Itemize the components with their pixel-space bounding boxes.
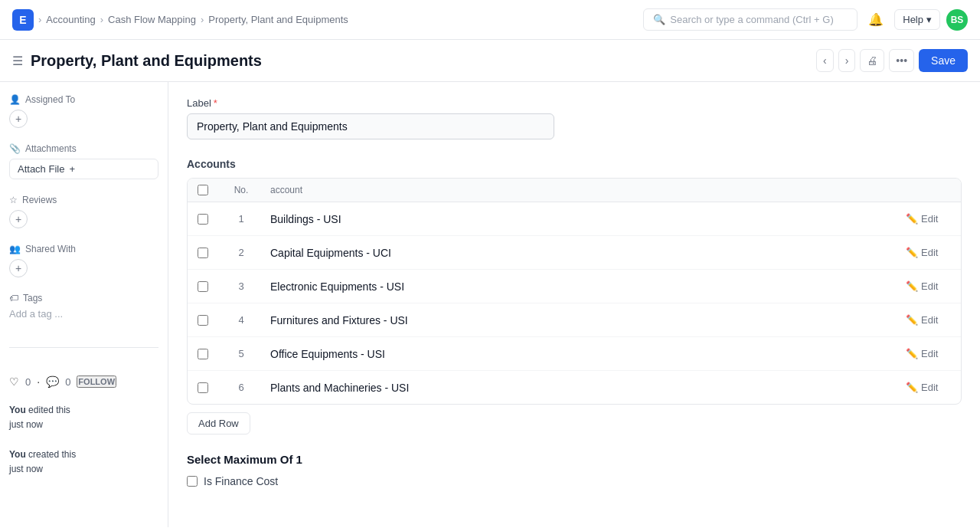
sidebar: 👤 Assigned To + 📎 Attachments Attach Fil…	[0, 82, 168, 527]
table-row: 3 Electronic Equipments - USI ✏️ Edit	[188, 270, 961, 303]
tag-icon: 🏷	[9, 293, 18, 303]
is-finance-cost-checkbox[interactable]	[187, 476, 198, 487]
add-attach-icon: +	[69, 163, 75, 175]
help-chevron-icon: ▾	[926, 14, 932, 25]
page-header-right: ‹ › 🖨 ••• Save	[816, 49, 968, 72]
reviews-title: ☆ Reviews	[9, 195, 158, 205]
main-layout: 👤 Assigned To + 📎 Attachments Attach Fil…	[0, 82, 980, 527]
activity-item-1: You edited thisjust now	[9, 403, 158, 432]
row-2-checkbox[interactable]	[198, 248, 208, 258]
comments-count: 0	[65, 376, 70, 388]
row-1-check	[188, 214, 218, 225]
finance-cost-row: Is Finance Cost	[187, 475, 962, 487]
table-row: 4 Furnitures and Fixtures - USI ✏️ Edit	[188, 303, 961, 337]
accounts-table: No. account 1 Buildings - USI ✏️ Edit 2 …	[187, 178, 962, 405]
row-6-edit-button[interactable]: ✏️ Edit	[900, 379, 944, 396]
row-1-edit-button[interactable]: ✏️ Edit	[900, 210, 944, 228]
row-4-check	[188, 315, 218, 326]
table-header: No. account	[188, 179, 961, 202]
label-field-title: Label *	[187, 97, 962, 109]
is-finance-cost-label: Is Finance Cost	[204, 475, 278, 487]
menu-icon[interactable]: ☰	[12, 54, 23, 68]
activity-log: You edited thisjust now You created this…	[9, 403, 158, 477]
row-4-edit-button[interactable]: ✏️ Edit	[900, 311, 944, 329]
row-4-account: Furnitures and Fixtures - USI	[264, 314, 900, 326]
row-1-action: ✏️ Edit	[900, 210, 961, 228]
page-header-left: ☰ Property, Plant and Equipments	[12, 52, 262, 70]
next-button[interactable]: ›	[838, 49, 856, 72]
accounts-section: Accounts No. account 1 Buildings - USI ✏…	[187, 158, 962, 435]
top-nav-right: 🔍 Search or type a command (Ctrl + G) 🔔 …	[643, 8, 968, 31]
comment-icon: 💬	[46, 376, 59, 388]
row-6-action: ✏️ Edit	[900, 379, 961, 396]
sidebar-meta: ♡ 0 · 💬 0 FOLLOW	[9, 376, 158, 388]
more-button[interactable]: •••	[889, 49, 914, 72]
row-2-no: 2	[218, 247, 264, 258]
reviews-section: ☆ Reviews +	[9, 195, 158, 228]
attach-file-button[interactable]: Attach File +	[9, 159, 158, 179]
row-3-action: ✏️ Edit	[900, 277, 961, 295]
add-review-button[interactable]: +	[9, 210, 28, 228]
page-title: Property, Plant and Equipments	[31, 52, 262, 70]
help-button[interactable]: Help ▾	[894, 9, 940, 30]
breadcrumb-sep-2: ›	[100, 14, 103, 25]
breadcrumb-current: Property, Plant and Equipments	[208, 14, 348, 25]
row-2-action: ✏️ Edit	[900, 244, 961, 261]
row-5-edit-button[interactable]: ✏️ Edit	[900, 345, 944, 362]
breadcrumb-accounting[interactable]: Accounting	[46, 14, 95, 25]
row-5-account: Office Equipments - USI	[264, 348, 900, 360]
add-row-button[interactable]: Add Row	[187, 412, 250, 435]
row-1-checkbox[interactable]	[198, 214, 208, 225]
row-3-no: 3	[218, 280, 264, 292]
search-placeholder: Search or type a command (Ctrl + G)	[670, 14, 834, 25]
select-max-section: Select Maximum Of 1 Is Finance Cost	[187, 453, 962, 487]
save-button[interactable]: Save	[919, 49, 968, 72]
row-6-no: 6	[218, 382, 264, 393]
label-section: Label *	[187, 97, 962, 139]
label-input[interactable]	[187, 113, 554, 139]
row-2-account: Capital Equipments - UCI	[264, 247, 900, 259]
table-row: 1 Buildings - USI ✏️ Edit	[188, 202, 961, 236]
header-check	[188, 185, 218, 195]
add-tag-label[interactable]: Add a tag ...	[9, 308, 158, 320]
search-icon: 🔍	[653, 14, 665, 25]
add-assigned-button[interactable]: +	[9, 110, 28, 128]
header-account: account	[264, 185, 900, 195]
notifications-button[interactable]: 🔔	[864, 8, 888, 31]
breadcrumb-sep-3: ›	[201, 14, 204, 25]
table-row: 5 Office Equipments - USI ✏️ Edit	[188, 337, 961, 371]
likes-count: 0	[25, 376, 31, 388]
attachments-title: 📎 Attachments	[9, 143, 158, 154]
row-5-no: 5	[218, 348, 264, 359]
breadcrumb-sep-1: ›	[38, 14, 41, 25]
table-row: 6 Plants and Machineries - USI ✏️ Edit	[188, 371, 961, 404]
row-2-edit-button[interactable]: ✏️ Edit	[900, 244, 944, 261]
app-icon[interactable]: E	[12, 9, 34, 31]
row-2-check	[188, 248, 218, 258]
avatar[interactable]: BS	[946, 9, 968, 31]
table-row: 2 Capital Equipments - UCI ✏️ Edit	[188, 236, 961, 270]
print-button[interactable]: 🖨	[860, 49, 884, 72]
search-bar[interactable]: 🔍 Search or type a command (Ctrl + G)	[643, 8, 858, 31]
assigned-to-section: 👤 Assigned To +	[9, 94, 158, 128]
row-6-checkbox[interactable]	[198, 382, 208, 393]
required-star: *	[214, 97, 217, 109]
person-icon: 👤	[9, 94, 21, 105]
follow-button[interactable]: FOLLOW	[77, 376, 116, 388]
heart-icon: ♡	[9, 376, 19, 388]
help-label: Help	[903, 14, 923, 25]
row-3-checkbox[interactable]	[198, 281, 208, 292]
attachments-section: 📎 Attachments Attach File +	[9, 143, 158, 179]
add-shared-button[interactable]: +	[9, 259, 28, 277]
breadcrumb-cashflow[interactable]: Cash Flow Mapping	[108, 14, 196, 25]
star-icon: ☆	[9, 195, 18, 205]
content-area: Label * Accounts No. account 1	[168, 82, 980, 527]
page-header: ☰ Property, Plant and Equipments ‹ › 🖨 •…	[0, 40, 980, 82]
select-all-checkbox[interactable]	[198, 185, 208, 195]
prev-button[interactable]: ‹	[816, 49, 834, 72]
row-4-action: ✏️ Edit	[900, 311, 961, 329]
row-5-check	[188, 349, 218, 359]
row-4-checkbox[interactable]	[198, 315, 208, 326]
row-3-edit-button[interactable]: ✏️ Edit	[900, 277, 944, 295]
row-5-checkbox[interactable]	[198, 349, 208, 359]
